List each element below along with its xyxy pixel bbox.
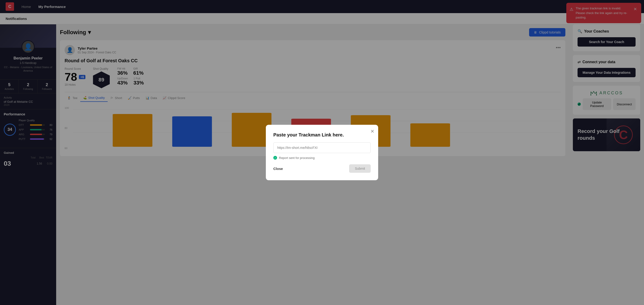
success-icon: ✓: [273, 156, 277, 160]
modal-title: Paste your Trackman Link here.: [273, 132, 371, 138]
modal-close-button[interactable]: Close: [273, 167, 283, 171]
trackman-modal: Paste your Trackman Link here. ✕ ✓ Repor…: [266, 125, 378, 180]
modal-close-icon[interactable]: ✕: [370, 128, 374, 134]
modal-overlay[interactable]: Paste your Trackman Link here. ✕ ✓ Repor…: [0, 0, 644, 305]
trackman-link-input[interactable]: [273, 142, 371, 153]
modal-footer: Close Submit: [273, 164, 371, 173]
modal-success-message: ✓ Report sent for processing: [273, 156, 371, 160]
modal-submit-button[interactable]: Submit: [349, 164, 371, 173]
